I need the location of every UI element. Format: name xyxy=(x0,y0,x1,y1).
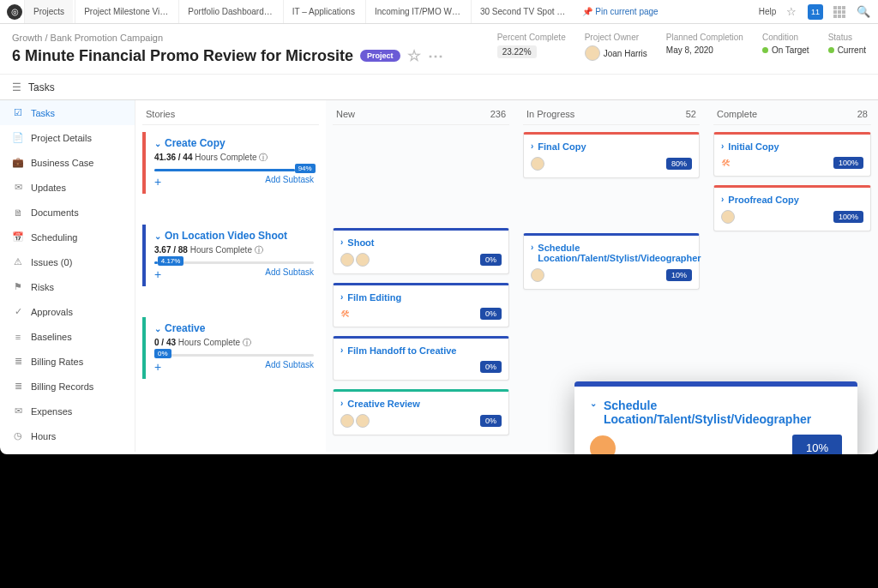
card-title[interactable]: › Schedule Location/Talent/Stylist/Video… xyxy=(531,243,692,263)
sidebar-item[interactable]: ⚠ Issues (0) xyxy=(0,249,135,274)
card-title[interactable]: › Film Handoff to Creative xyxy=(340,345,502,356)
avatar-icon xyxy=(356,414,370,428)
sidebar-item[interactable]: ✓ Approvals xyxy=(0,299,135,324)
card-title[interactable]: › Creative Review xyxy=(340,399,502,409)
task-card[interactable]: › Initial Copy 🛠 100% xyxy=(713,132,871,177)
sidebar-item-label: Business Case xyxy=(31,158,93,168)
task-card[interactable]: › Final Copy 80% xyxy=(523,132,700,178)
apps-grid-icon[interactable] xyxy=(832,4,847,20)
nav-tab[interactable]: Projects xyxy=(24,0,73,23)
story-card: ⌄ Create Copy 41.36 / 44 Hours Complete … xyxy=(142,132,319,194)
card-pct: 0% xyxy=(480,254,502,266)
sidebar-item[interactable]: ≡ Baselines xyxy=(0,324,135,349)
task-card[interactable]: › Schedule Location/Talent/Stylist/Video… xyxy=(523,233,700,290)
add-button[interactable]: + xyxy=(154,267,161,281)
avatar-icon xyxy=(721,210,735,224)
nav-tab[interactable]: Portfolio Dashboard… xyxy=(178,0,280,23)
story-title[interactable]: ⌄ Create Copy xyxy=(154,137,314,149)
sidebar-item-label: Expenses xyxy=(31,406,72,417)
task-card[interactable]: › Film Handoff to Creative 0% xyxy=(333,336,509,381)
sidebar-item[interactable]: ≣ Billing Records xyxy=(0,374,135,399)
sidebar-item[interactable]: ☑ Tasks xyxy=(0,100,135,125)
nav-tab[interactable]: Project Milestone Vi… xyxy=(75,0,177,23)
chevron-down-icon[interactable]: ⌄ xyxy=(590,399,597,408)
sidebar-item[interactable]: 📅 Scheduling xyxy=(0,225,135,249)
story-title[interactable]: ⌄ On Location Video Shoot xyxy=(154,230,314,242)
progress-pct: 4.17% xyxy=(158,256,184,266)
col-complete-label: Complete xyxy=(717,109,757,119)
add-subtask-button[interactable]: Add Subtask xyxy=(265,360,314,374)
sidebar: ☑ Tasks 📄 Project Details 💼 Business Cas… xyxy=(0,100,135,452)
more-menu-icon[interactable]: ⋯ xyxy=(428,46,443,65)
tab-tasks[interactable]: Tasks xyxy=(28,81,55,93)
app-logo-icon[interactable]: ◎ xyxy=(7,4,22,20)
sidebar-item[interactable]: ⌄ Show More xyxy=(0,448,135,452)
task-card[interactable]: › Creative Review 0% xyxy=(333,389,509,435)
sidebar-item-label: Project Details xyxy=(31,133,92,143)
sidebar-item-label: Billing Records xyxy=(31,381,93,392)
card-title[interactable]: › Initial Copy xyxy=(721,141,863,152)
add-button[interactable]: + xyxy=(154,175,161,189)
chevron-down-icon: ⌄ xyxy=(154,231,161,241)
pin-page-button[interactable]: 📌 Pin current page xyxy=(575,7,665,16)
story-title[interactable]: ⌄ Creative xyxy=(154,322,314,334)
sidebar-item-icon: ⚑ xyxy=(12,281,24,293)
col-progress-label: In Progress xyxy=(526,109,574,119)
card-avatars xyxy=(721,210,735,224)
favorite-star-icon[interactable]: ☆ xyxy=(407,46,421,65)
info-icon[interactable]: ⓘ xyxy=(255,245,263,255)
search-icon[interactable]: 🔍 xyxy=(856,4,871,20)
card-pct: 10% xyxy=(666,269,692,281)
sidebar-item[interactable]: ◷ Hours xyxy=(0,423,135,448)
tool-icon: 🛠 xyxy=(340,309,350,319)
card-title[interactable]: › Film Editing xyxy=(340,292,502,303)
help-link[interactable]: Help xyxy=(760,4,775,20)
page-title: 6 Minute Financial Promo Review for Micr… xyxy=(12,46,443,65)
info-icon[interactable]: ⓘ xyxy=(259,153,268,162)
condition-value: On Target xyxy=(772,45,809,55)
card-title[interactable]: › Final Copy xyxy=(531,141,692,152)
sidebar-item[interactable]: ≣ Billing Rates xyxy=(0,349,135,374)
progress-bar: 94% xyxy=(154,169,314,171)
nav-tab[interactable]: IT – Applications xyxy=(283,0,364,23)
pct-value: 23.22% xyxy=(497,45,537,58)
add-subtask-button[interactable]: Add Subtask xyxy=(265,175,314,189)
notification-badge[interactable]: 11 xyxy=(808,4,823,20)
card-avatars: 🛠 xyxy=(340,309,350,319)
sidebar-item-label: Updates xyxy=(31,183,66,193)
task-card[interactable]: › Proofread Copy 100% xyxy=(713,185,871,231)
card-title[interactable]: › Shoot xyxy=(340,237,502,248)
assignee-avatar-icon[interactable] xyxy=(590,435,616,455)
card-title[interactable]: › Proofread Copy xyxy=(721,195,863,205)
sidebar-item[interactable]: 🗎 Documents xyxy=(0,200,135,225)
sidebar-item-label: Approvals xyxy=(31,307,73,317)
add-subtask-button[interactable]: Add Subtask xyxy=(265,267,314,281)
sidebar-item-icon: ≡ xyxy=(12,331,24,343)
breadcrumb[interactable]: Growth / Bank Promotion Campaign xyxy=(12,33,443,43)
sidebar-item-icon: 🗎 xyxy=(12,207,24,219)
sidebar-item-icon: ⚠ xyxy=(12,256,24,268)
sidebar-item[interactable]: ✉ Expenses xyxy=(0,399,135,423)
chevron-right-icon: › xyxy=(340,399,343,408)
favorite-star-icon[interactable]: ☆ xyxy=(784,4,799,20)
progress-bar: 4.17% xyxy=(154,261,314,264)
nav-tab[interactable]: 30 Second TV Spot … xyxy=(471,0,574,23)
condition-label: Condition xyxy=(762,33,809,42)
sidebar-item[interactable]: ⚑ Risks xyxy=(0,274,135,299)
sidebar-item[interactable]: 💼 Business Case xyxy=(0,150,135,175)
sidebar-item[interactable]: ✉ Updates xyxy=(0,175,135,200)
avatar-icon xyxy=(356,253,370,267)
add-button[interactable]: + xyxy=(154,360,161,374)
status-dot-icon xyxy=(828,47,834,53)
col-stories-label: Stories xyxy=(146,109,175,119)
col-progress-count: 52 xyxy=(686,109,696,119)
sidebar-item[interactable]: 📄 Project Details xyxy=(0,125,135,150)
nav-tab[interactable]: Incoming IT/PMO W… xyxy=(365,0,469,23)
task-card[interactable]: › Film Editing 🛠 0% xyxy=(333,283,509,327)
popup-title[interactable]: Schedule Location/Talent/Stylist/Videogr… xyxy=(604,399,842,426)
task-card[interactable]: › Shoot 0% xyxy=(333,228,509,274)
task-detail-popup: ⌄ Schedule Location/Talent/Stylist/Video… xyxy=(574,381,857,454)
card-pct: 0% xyxy=(480,415,502,427)
chevron-right-icon: › xyxy=(721,141,724,151)
info-icon[interactable]: ⓘ xyxy=(243,338,251,347)
